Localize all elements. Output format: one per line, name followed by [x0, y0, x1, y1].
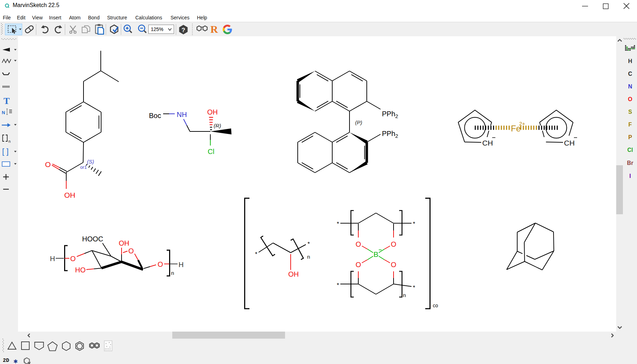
svg-text:OH: OH — [207, 108, 218, 116]
svg-text:Cl: Cl — [208, 148, 215, 155]
svg-text:*: * — [413, 221, 415, 227]
svg-text:N: N — [2, 110, 5, 115]
svg-text:NH: NH — [177, 111, 187, 118]
svg-text:*: * — [337, 221, 339, 227]
svg-text:*: * — [337, 282, 339, 289]
svg-text:H: H — [179, 261, 184, 269]
svg-text:HOOC: HOOC — [82, 235, 103, 243]
svg-text:[ ]: [ ] — [2, 147, 8, 156]
svg-text:*: * — [255, 251, 258, 258]
svg-text:T: T — [4, 96, 10, 106]
svg-text:n: n — [171, 270, 174, 276]
svg-text:n: n — [8, 139, 11, 143]
svg-text:HO: HO — [75, 266, 86, 274]
svg-text:PPh2: PPh2 — [382, 130, 398, 139]
svg-text:O: O — [391, 240, 396, 248]
svg-text:OH: OH — [119, 239, 129, 247]
svg-text:B: B — [373, 250, 378, 258]
svg-text:O: O — [128, 247, 134, 255]
svg-text:O: O — [391, 261, 396, 269]
svg-text:O: O — [70, 255, 76, 263]
svg-text:CH: CH — [482, 139, 493, 147]
svg-text:CH: CH — [564, 139, 575, 147]
svg-text:co: co — [433, 303, 438, 308]
svg-text:PPh2: PPh2 — [382, 110, 398, 119]
svg-text:H: H — [50, 255, 55, 263]
svg-text:2+: 2+ — [519, 121, 525, 127]
svg-text:or1: or1 — [80, 165, 87, 170]
svg-text:(R): (R) — [214, 123, 221, 129]
svg-text:n: n — [403, 292, 406, 298]
svg-text:OH: OH — [64, 191, 75, 199]
svg-text:O: O — [45, 160, 51, 168]
svg-text:O: O — [355, 240, 361, 248]
svg-text:OH: OH — [288, 270, 299, 278]
svg-text:(S): (S) — [87, 159, 94, 165]
svg-text:*: * — [308, 241, 310, 247]
svg-text:*: * — [413, 284, 415, 291]
svg-text:Boc: Boc — [149, 112, 161, 119]
svg-text:n: n — [307, 254, 310, 260]
svg-text:O: O — [355, 261, 361, 269]
svg-text:?: ? — [181, 27, 185, 33]
svg-text:(P): (P) — [355, 119, 362, 125]
svg-text:O: O — [157, 260, 163, 268]
